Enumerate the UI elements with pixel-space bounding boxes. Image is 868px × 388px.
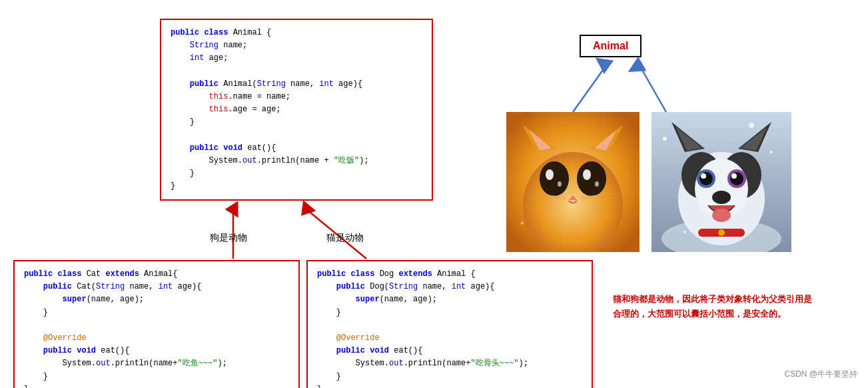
svg-point-11 bbox=[541, 163, 568, 195]
csdn-watermark: CSDN @牛牛要坚持 bbox=[784, 369, 857, 380]
dog-code-box: public class Dog extends Animal { public… bbox=[306, 260, 593, 388]
svg-point-47 bbox=[683, 231, 686, 233]
svg-point-39 bbox=[731, 173, 737, 179]
svg-point-16 bbox=[595, 181, 599, 187]
animal-code-box: public class Animal { String name; int a… bbox=[160, 19, 433, 201]
svg-text:✦: ✦ bbox=[520, 219, 524, 228]
svg-point-37 bbox=[730, 172, 743, 185]
cat-code-box: public class Cat extends Animal{ public … bbox=[13, 260, 300, 388]
svg-point-45 bbox=[770, 151, 773, 153]
page-container: public class Animal { String name; int a… bbox=[0, 0, 868, 388]
svg-point-13 bbox=[546, 169, 554, 180]
svg-point-40 bbox=[712, 191, 731, 204]
svg-line-50 bbox=[640, 65, 666, 112]
cat-label: 猫是动物 bbox=[326, 232, 364, 244]
svg-point-15 bbox=[558, 181, 562, 187]
svg-point-12 bbox=[578, 163, 605, 195]
uml-animal-label: Animal bbox=[593, 40, 628, 51]
dog-photo bbox=[651, 112, 791, 252]
svg-point-41 bbox=[712, 209, 731, 222]
dog-label: 狗是动物 bbox=[210, 232, 247, 244]
svg-line-49 bbox=[573, 65, 606, 112]
description-text: 猫和狗都是动物，因此将子类对象转化为父类引用是合理的，大范围可以囊括小范围，是安… bbox=[613, 292, 819, 321]
svg-point-46 bbox=[749, 123, 754, 128]
svg-point-44 bbox=[663, 137, 667, 141]
cat-photo: ✦ ✦ bbox=[506, 112, 640, 252]
svg-point-38 bbox=[701, 173, 706, 179]
uml-animal-box: Animal bbox=[580, 35, 642, 57]
svg-point-36 bbox=[699, 172, 713, 185]
svg-point-14 bbox=[583, 169, 591, 180]
svg-point-43 bbox=[718, 229, 725, 236]
